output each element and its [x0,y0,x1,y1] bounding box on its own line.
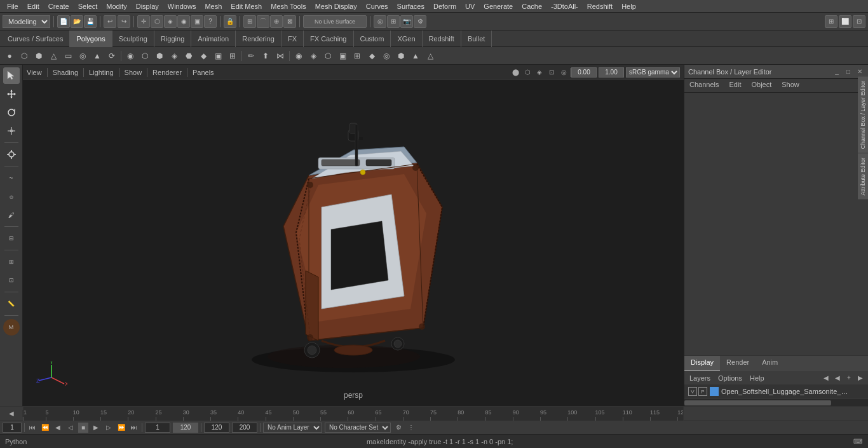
snap-point-btn[interactable]: ⊕ [270,15,283,28]
vp-icon-2[interactable]: ⬡ [522,67,533,78]
layer-hscroll[interactable] [684,398,868,406]
ch-tab-object[interactable]: Object [746,79,776,92]
menu-mesh-tools[interactable]: Mesh Tools [266,1,310,11]
universal-manip[interactable] [3,146,20,163]
frame-start-input[interactable]: 1 [145,423,170,433]
tab-bullet[interactable]: Bullet [461,31,492,47]
step-back-btn[interactable]: ⏪ [40,423,50,433]
vp-menu-view[interactable]: View [27,69,42,76]
prim2-2[interactable]: ⬡ [138,49,152,63]
frame-end-preview-input[interactable]: 120 [173,423,198,433]
op9[interactable]: ▲ [409,49,423,63]
current-frame-input[interactable]: 1 [3,423,22,433]
helix-icon[interactable]: ⟳ [105,49,119,63]
menu-select[interactable]: Select [74,1,102,11]
align-tool[interactable]: ⊡ [3,272,20,288]
op8[interactable]: ⬢ [394,49,408,63]
bridge-icon[interactable]: ⋈ [273,49,287,63]
question-btn[interactable]: ? [204,15,217,28]
layer-name[interactable]: Open_Softshell_Luggage_Samsonite_Bro [721,388,848,395]
redo-btn[interactable]: ↪ [118,15,130,28]
menu-cache[interactable]: Cache [517,1,546,11]
cube-icon[interactable]: ⬡ [17,49,31,63]
tab-sculpting[interactable]: Sculpting [112,31,154,47]
prim2-5[interactable]: ⬣ [182,49,196,63]
menu-deform[interactable]: Deform [429,1,461,11]
workspace-dropdown[interactable]: Modeling [3,15,50,28]
stop-btn[interactable]: ■ [78,423,88,433]
tab-animation[interactable]: Animation [191,31,236,47]
step-fwd-btn[interactable]: ⏩ [116,423,126,433]
layer-nav-next-1[interactable]: ◀ [832,373,843,383]
op1[interactable]: ◉ [292,49,306,63]
maya-icon[interactable]: M [3,319,20,336]
lasso-btn[interactable]: ⬡ [151,15,163,28]
menu-mesh-display[interactable]: Mesh Display [311,1,362,11]
menu-redshift[interactable]: Redshift [583,1,617,11]
render-cam-btn[interactable]: 📷 [400,15,413,28]
menu-help[interactable]: Help [617,1,641,11]
cone-icon[interactable]: △ [46,49,60,63]
op2[interactable]: ◈ [306,49,320,63]
op10[interactable]: △ [423,49,437,63]
gamma-input-2[interactable]: 1.00 [599,67,624,78]
play-back-btn[interactable]: ◁ [65,423,76,433]
undo-btn[interactable]: ↩ [104,15,116,28]
scale-tool[interactable] [3,123,20,139]
snap-together[interactable]: ⊞ [3,254,20,270]
show-manip[interactable]: ⊟ [3,230,20,247]
cylinder-icon[interactable]: ⬢ [32,49,46,63]
play-fwd-btn[interactable]: ▶ [91,423,101,433]
tab-fx-caching[interactable]: FX Caching [304,31,353,47]
edge-tab-attribute-editor[interactable]: Attribute Editor [858,153,868,200]
extrude-icon[interactable]: ⬆ [259,49,273,63]
paint-tool[interactable]: 🖌 [3,207,20,223]
menu-mesh[interactable]: Mesh [200,1,226,11]
vp-menu-panels[interactable]: Panels [193,69,214,76]
snap-view-btn[interactable]: ⊠ [283,15,296,28]
rotate-tool[interactable] [3,104,20,121]
prev-key-btn[interactable]: ◀ [53,423,63,433]
render-settings-btn[interactable]: ⚙ [414,15,426,28]
save-file-btn[interactable]: 💾 [84,15,97,28]
extra-btn[interactable]: ⋮ [406,423,416,433]
vp-icon-5[interactable]: ◎ [558,67,569,78]
vp-icon-4[interactable]: ⊡ [546,67,557,78]
prim2-8[interactable]: ⊞ [226,49,240,63]
op4[interactable]: ▣ [336,49,349,63]
op5[interactable]: ⊞ [350,49,364,63]
layer-tab-anim[interactable]: Anim [756,356,784,371]
menu-create[interactable]: Create [44,1,74,11]
open-file-btn[interactable]: 📂 [71,15,83,28]
channel-box-min[interactable]: _ [832,67,841,76]
ch-tab-channels[interactable]: Channels [684,79,724,92]
lock-btn[interactable]: 🔒 [224,15,236,28]
menu-edit-mesh[interactable]: Edit Mesh [226,1,266,11]
prim2-6[interactable]: ◆ [196,49,210,63]
layer-tab-render[interactable]: Render [720,356,756,371]
snap-curve-btn[interactable]: ⌒ [257,15,269,28]
go-to-start-btn[interactable]: ⏮ [27,423,37,433]
viewport[interactable]: View Shading Lighting Show Renderer Pane… [23,65,684,406]
pyramid-icon[interactable]: ▲ [90,49,104,63]
tab-rendering[interactable]: Rendering [236,31,281,47]
menu-edit[interactable]: Edit [23,1,44,11]
menu-uv[interactable]: UV [461,1,479,11]
ch-tab-show[interactable]: Show [776,79,804,92]
op3[interactable]: ⬡ [321,49,335,63]
snap-grid-btn[interactable]: ⊞ [243,15,256,28]
paint-select-btn[interactable]: ◈ [164,15,177,28]
select-tool-btn[interactable]: ✛ [137,15,150,28]
layer-nav-next-2[interactable]: ▶ [855,373,865,383]
prim2-1[interactable]: ◉ [123,49,137,63]
marquee-btn[interactable]: ▣ [191,15,203,28]
pencil-icon[interactable]: ✏ [244,49,258,63]
move-tool[interactable] [3,86,20,102]
render-seq-btn[interactable]: ⊞ [387,15,400,28]
layer-opt-help[interactable]: Help [747,374,767,382]
layer-opt-layers[interactable]: Layers [687,374,713,382]
menu-display[interactable]: Display [132,1,163,11]
char-set-dropdown[interactable]: No Character Set [325,423,391,433]
tab-redshift[interactable]: Redshift [423,31,461,47]
ch-tab-edit[interactable]: Edit [724,79,746,92]
